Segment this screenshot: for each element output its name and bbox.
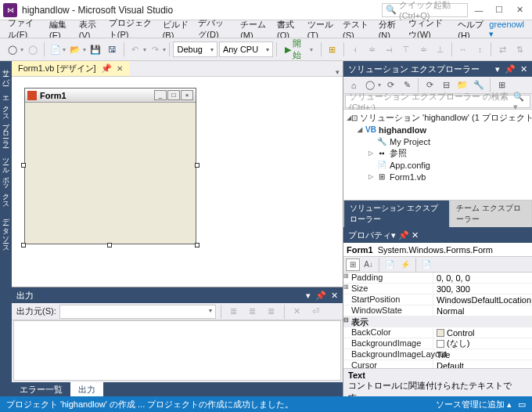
config-combo[interactable]: Debug xyxy=(173,42,217,57)
pin-icon[interactable]: 📌 xyxy=(101,63,112,74)
se-pen-button[interactable]: ✎ xyxy=(400,78,414,92)
prop-categorized-button[interactable]: ⊞ xyxy=(346,258,360,271)
undo-button[interactable]: ↶ xyxy=(128,42,143,57)
properties-toolbar: ⊞ A↓ 📄 ⚡ 📄 xyxy=(343,257,532,273)
align-center-button[interactable]: ≑ xyxy=(365,42,380,57)
tree-project[interactable]: ◢VBhighandlow xyxy=(347,124,529,136)
nav-back-button[interactable]: ◯ xyxy=(5,42,20,57)
tree-item-references[interactable]: ▷▪▪参照 xyxy=(347,147,529,159)
minimize-button[interactable]: — xyxy=(469,2,488,18)
open-button[interactable]: 📂 xyxy=(67,42,83,57)
tab-output[interactable]: 出力 xyxy=(70,382,103,397)
prop-row[interactable]: CursorDefault xyxy=(343,360,532,368)
output-wrap-button[interactable]: ⏎ xyxy=(308,304,324,320)
se-properties-button[interactable]: 🔧 xyxy=(472,78,486,92)
size-width-button[interactable]: ⇄ xyxy=(494,42,510,57)
output-btn3[interactable]: ≣ xyxy=(264,304,279,320)
output-pin-icon[interactable]: 📌 xyxy=(315,291,326,301)
solution-tree[interactable]: ◢⊡ソリューション 'highandlow' (1 プロジェクト) ◢VBhig… xyxy=(343,110,532,211)
align-middle-button[interactable]: ≑ xyxy=(415,42,431,57)
resize-handle[interactable] xyxy=(107,243,112,248)
align-right-button[interactable]: ⫤ xyxy=(381,42,397,57)
tab-team-explorer[interactable]: チーム エクスプローラー xyxy=(450,200,532,227)
properties-header: プロパティ ▾ 📌 ✕ xyxy=(343,227,532,243)
tree-item-form1vb[interactable]: ▷⊞Form1.vb xyxy=(347,171,529,183)
properties-object-combo[interactable]: Form1System.Windows.Forms.Form xyxy=(343,243,532,257)
se-collapse-button[interactable]: ⊟ xyxy=(439,78,453,92)
output-dropdown-icon[interactable]: ▾ xyxy=(306,291,311,301)
prop-pin-icon[interactable]: ▾ 📌 ✕ xyxy=(391,230,419,240)
se-dropdown-icon[interactable]: ▾ xyxy=(495,64,500,74)
prop-alphabetical-button[interactable]: A↓ xyxy=(361,258,376,271)
prop-row[interactable]: Size300, 300 xyxy=(343,284,532,295)
output-close-icon[interactable]: ✕ xyxy=(331,291,338,301)
hspace-button[interactable]: ↔ xyxy=(455,42,471,57)
prop-row[interactable]: WindowStateNormal xyxy=(343,305,532,316)
tree-item-myproject[interactable]: 🔧My Project xyxy=(347,136,529,147)
prop-pages-button[interactable]: 📄 xyxy=(419,258,433,271)
platform-combo[interactable]: Any CPU xyxy=(219,42,274,57)
output-panel: 出力 ▾📌✕ 出力元(S): ≣ ≣ ≣ ✕ ⏎ エラー一覧 出力 xyxy=(12,287,343,396)
prop-row[interactable]: StartPositionWindowsDefaultLocation xyxy=(343,295,532,305)
quick-launch-input[interactable]: 🔍クイック起動 (Ctrl+Q) xyxy=(382,3,468,17)
source-control-button[interactable]: ソース管理に追加 ▴ xyxy=(436,399,512,410)
prop-row[interactable]: 表示 xyxy=(343,316,532,327)
prop-row[interactable]: BackColorControl xyxy=(343,327,532,338)
tab-error-list[interactable]: エラー一覧 xyxy=(12,382,70,397)
se-search-input[interactable]: ソリューション エクスプローラー の検索 (Ctrl+;) 🔍▾ xyxy=(345,95,530,108)
align-left-button[interactable]: ⫞ xyxy=(347,42,363,57)
user-account[interactable]: greenowl ▾ xyxy=(489,20,529,39)
left-toolwell[interactable]: サーバー エクスプローラー ツールボックス データソース xyxy=(0,61,12,396)
resize-handle[interactable] xyxy=(195,163,200,168)
form-preview[interactable]: Form1 _ □ × xyxy=(24,88,196,244)
close-button[interactable]: ✕ xyxy=(510,2,529,18)
redo-button[interactable]: ↷ xyxy=(148,42,164,57)
output-body[interactable] xyxy=(13,320,341,381)
prop-row[interactable]: BackgroundImageLayoutTile xyxy=(343,349,532,360)
nav-fwd-button[interactable]: ◯ xyxy=(25,42,41,57)
se-home-button[interactable]: ⌂ xyxy=(347,78,361,92)
tab-solution-explorer[interactable]: ソリューション エクスプローラー xyxy=(343,200,450,227)
tab-dropdown-icon[interactable]: ▾ xyxy=(332,68,343,76)
align-top-button[interactable]: ⊤ xyxy=(398,42,414,57)
se-view-button[interactable]: ⊞ xyxy=(494,78,509,92)
prop-row[interactable]: Padding0, 0, 0, 0 xyxy=(343,273,532,284)
size-height-button[interactable]: ⇅ xyxy=(512,42,527,57)
tree-item-appconfig[interactable]: 📄App.config xyxy=(347,159,529,171)
save-all-button[interactable]: 🖫 xyxy=(105,42,120,57)
save-button[interactable]: 💾 xyxy=(88,42,103,57)
se-back-button[interactable]: ◯ xyxy=(363,78,377,92)
se-showall-button[interactable]: 📁 xyxy=(455,78,469,92)
se-refresh-button[interactable]: ⟳ xyxy=(422,78,437,92)
statusbar: プロジェクト 'highandlow' の作成 ... プロジェクトの作成に成功… xyxy=(0,396,532,412)
close-tab-icon[interactable]: ✕ xyxy=(117,64,123,73)
prop-properties-button[interactable]: 📄 xyxy=(383,258,397,271)
resize-handle[interactable] xyxy=(21,243,26,248)
tree-solution[interactable]: ◢⊡ソリューション 'highandlow' (1 プロジェクト) xyxy=(347,112,529,124)
resize-handle[interactable] xyxy=(21,163,26,168)
layout-btn1[interactable]: ⊞ xyxy=(325,42,340,57)
notifications-icon[interactable]: ▭ xyxy=(518,399,526,410)
output-btn2[interactable]: ≣ xyxy=(245,304,261,320)
prop-row[interactable]: BackgroundImage(なし) xyxy=(343,338,532,349)
vspace-button[interactable]: ↕ xyxy=(473,42,488,57)
output-clear-button[interactable]: ✕ xyxy=(289,304,305,320)
form-max-icon: □ xyxy=(167,90,180,100)
form-icon xyxy=(27,91,37,100)
prop-events-button[interactable]: ⚡ xyxy=(398,258,412,271)
output-source-combo[interactable] xyxy=(59,305,216,319)
output-toolbar: 出力元(S): ≣ ≣ ≣ ✕ ⏎ xyxy=(12,303,343,320)
wrench-icon: 🔧 xyxy=(376,137,387,146)
se-sync-button[interactable]: ⟳ xyxy=(383,78,397,92)
form-designer[interactable]: Form1 _ □ × xyxy=(12,77,343,287)
new-project-button[interactable]: 📄 xyxy=(48,42,63,57)
output-btn1[interactable]: ≣ xyxy=(226,304,242,320)
properties-grid[interactable]: Padding0, 0, 0, 0Size300, 300StartPositi… xyxy=(343,273,532,368)
se-pin-icon[interactable]: 📌 xyxy=(505,64,516,74)
document-tab-form1[interactable]: Form1.vb [デザイン] 📌 ✕ xyxy=(12,61,129,76)
resize-handle[interactable] xyxy=(195,243,200,248)
se-close-icon[interactable]: ✕ xyxy=(520,64,527,74)
align-bottom-button[interactable]: ⊥ xyxy=(433,42,448,57)
start-button[interactable]: ▶開始▾ xyxy=(280,38,318,61)
maximize-button[interactable]: ☐ xyxy=(490,2,509,18)
